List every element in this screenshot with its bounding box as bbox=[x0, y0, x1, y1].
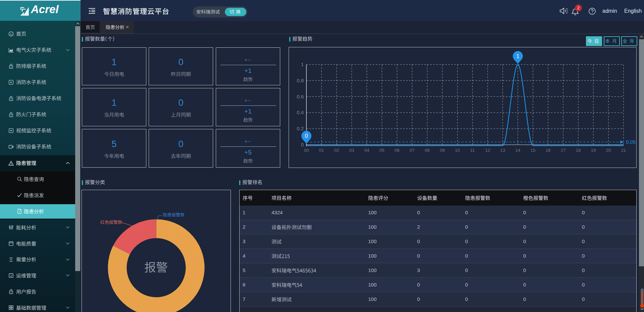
svg-text:05: 05 bbox=[379, 148, 384, 153]
svg-text:0.6: 0.6 bbox=[297, 94, 304, 99]
svg-text:00: 00 bbox=[304, 148, 309, 153]
svg-text:04: 04 bbox=[364, 148, 369, 153]
svg-text:0: 0 bbox=[301, 142, 304, 147]
svg-text:1: 1 bbox=[516, 53, 519, 59]
svg-text:20: 20 bbox=[606, 148, 611, 153]
svg-text:09: 09 bbox=[440, 148, 445, 153]
svg-text:03: 03 bbox=[349, 148, 354, 153]
svg-text:02: 02 bbox=[334, 148, 339, 153]
svg-text:18: 18 bbox=[576, 148, 581, 153]
svg-text:06: 06 bbox=[394, 148, 399, 153]
svg-text:0.4: 0.4 bbox=[297, 109, 304, 115]
svg-text:08: 08 bbox=[425, 148, 430, 153]
svg-text:11: 11 bbox=[470, 148, 475, 153]
svg-text:1: 1 bbox=[301, 61, 304, 67]
svg-text:0: 0 bbox=[305, 133, 308, 139]
svg-text:13: 13 bbox=[500, 148, 505, 153]
svg-text:0.05: 0.05 bbox=[626, 139, 636, 145]
svg-text:21: 21 bbox=[621, 148, 626, 153]
svg-text:12: 12 bbox=[485, 148, 490, 153]
svg-text:15: 15 bbox=[530, 148, 535, 153]
svg-text:0.8: 0.8 bbox=[297, 78, 304, 83]
svg-text:0.2: 0.2 bbox=[297, 126, 304, 131]
svg-text:17: 17 bbox=[560, 148, 565, 153]
svg-text:19: 19 bbox=[591, 148, 596, 153]
svg-text:10: 10 bbox=[455, 148, 460, 153]
svg-text:16: 16 bbox=[545, 148, 550, 153]
svg-text:01: 01 bbox=[319, 148, 324, 153]
svg-text:14: 14 bbox=[515, 148, 521, 153]
svg-text:07: 07 bbox=[409, 148, 414, 153]
